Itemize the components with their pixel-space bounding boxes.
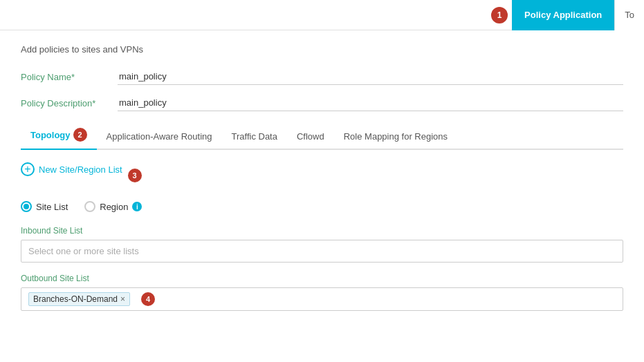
outbound-tag-close[interactable]: × (120, 294, 125, 304)
policy-description-label: Policy Description* (21, 98, 118, 108)
radio-group: Site List Region i (21, 201, 623, 212)
top-bar: 1 Policy Application To (0, 0, 644, 30)
outbound-site-list-label: Outbound Site List (21, 274, 623, 283)
new-list-badge: 3 (128, 169, 142, 182)
policy-name-input[interactable] (118, 68, 623, 85)
plus-circle-icon: + (21, 162, 35, 176)
radio-site-list-label: Site List (36, 202, 68, 212)
radio-region-circle (84, 201, 95, 212)
policy-description-row: Policy Description* (21, 95, 623, 111)
policy-application-button[interactable]: Policy Application (512, 0, 614, 30)
radio-region[interactable]: Region i (84, 201, 142, 212)
topology-tab-content: + New Site/Region List 3 Site List Regio… (21, 150, 623, 326)
outbound-tag-label: Branches-ON-Demand (33, 294, 118, 304)
step1-badge: 1 (491, 7, 508, 23)
tab-cflowd[interactable]: Cflowd (287, 124, 334, 149)
tab-role-mapping[interactable]: Role Mapping for Regions (334, 124, 457, 149)
tabs: Topology 2 Application-Aware Routing Tra… (21, 121, 623, 150)
radio-site-list-circle (21, 201, 32, 212)
new-list-label: New Site/Region List (39, 164, 122, 175)
policy-description-input[interactable] (118, 95, 623, 111)
subtitle: Add policies to sites and VPNs (21, 44, 623, 55)
tab-cflowd-label: Cflowd (297, 131, 324, 142)
tab-topology[interactable]: Topology 2 (21, 121, 97, 149)
tab-topology-badge: 2 (73, 128, 87, 142)
tab-topology-label: Topology (30, 130, 71, 140)
tab-aar[interactable]: Application-Aware Routing (97, 124, 222, 149)
next-button[interactable]: To (614, 0, 644, 30)
outbound-badge: 4 (141, 292, 155, 306)
radio-site-list[interactable]: Site List (21, 201, 68, 212)
inbound-site-list-label: Inbound Site List (21, 226, 623, 236)
outbound-site-list-input[interactable]: Branches-ON-Demand × 4 (21, 287, 623, 311)
tab-role-mapping-label: Role Mapping for Regions (344, 131, 448, 142)
region-info-icon[interactable]: i (132, 202, 142, 211)
main-content: Add policies to sites and VPNs Policy Na… (0, 30, 644, 326)
policy-name-label: Policy Name* (21, 72, 118, 82)
inbound-site-list-section: Inbound Site List Select one or more sit… (21, 226, 623, 263)
new-site-region-list-button[interactable]: + New Site/Region List (21, 162, 122, 176)
inbound-site-list-input[interactable]: Select one or more site lists (21, 240, 623, 263)
tab-traffic-data-label: Traffic Data (232, 131, 277, 142)
outbound-tag: Branches-ON-Demand × (28, 292, 130, 306)
tab-aar-label: Application-Aware Routing (107, 131, 212, 142)
tab-traffic-data[interactable]: Traffic Data (222, 124, 287, 149)
radio-region-label: Region (100, 202, 128, 212)
policy-name-row: Policy Name* (21, 68, 623, 85)
outbound-site-list-section: Outbound Site List Branches-ON-Demand × … (21, 274, 623, 311)
top-bar-right: 1 Policy Application To (491, 0, 644, 30)
